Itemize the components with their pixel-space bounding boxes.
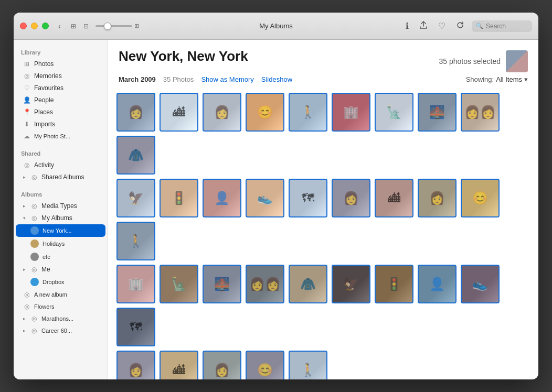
expand-icon: ▸	[23, 203, 26, 209]
sidebar-item-memories[interactable]: ◎ Memories	[16, 70, 105, 82]
sidebar: Library ⊞ Photos ◎ Memories ♡ Favourites…	[14, 40, 108, 379]
photo-thumbnail[interactable]: 👤	[418, 265, 457, 303]
content-area: New York, New York 35 photos selected Ma…	[108, 40, 538, 379]
selected-thumbnail	[506, 50, 528, 72]
flowers-icon: ◎	[23, 303, 30, 310]
photo-thumbnail[interactable]: 👩	[203, 351, 241, 379]
minimize-button[interactable]	[31, 23, 38, 29]
close-button[interactable]	[20, 23, 27, 29]
selected-count-label: 35 photos selected	[439, 57, 501, 66]
sidebar-item-my-albums[interactable]: ▾ ◎ My Albums	[16, 212, 105, 224]
shared-section-label: Shared	[14, 146, 108, 159]
zoom-slider[interactable]	[95, 25, 132, 27]
photo-thumbnail[interactable]: 👩	[203, 93, 241, 132]
album-avatar	[30, 226, 39, 235]
photo-thumbnail[interactable]: 🗽	[375, 93, 413, 132]
favorite-button[interactable]: ♡	[435, 19, 449, 33]
photo-thumbnail[interactable]: 👤	[203, 179, 241, 217]
photo-thumbnail[interactable]: 🏢	[332, 93, 370, 132]
photo-thumbnail[interactable]: 🚦	[160, 179, 198, 217]
sidebar-item-etc[interactable]: etc	[16, 251, 105, 263]
photo-thumbnail[interactable]: 👩	[332, 179, 370, 217]
grid-view-button[interactable]: ⊞	[68, 21, 79, 31]
sidebar-item-photos[interactable]: ⊞ Photos	[16, 58, 105, 70]
photo-thumbnail[interactable]: 🗺	[289, 179, 327, 217]
share-button[interactable]	[416, 19, 431, 34]
expand-icon: ▸	[23, 267, 26, 272]
sidebar-item-my-photo-stream[interactable]: ☁ My Photo St...	[16, 130, 105, 142]
sidebar-item-shared-albums[interactable]: ▸ ◎ Shared Albums	[16, 171, 105, 183]
sidebar-item-a-new-album[interactable]: ◎ A new album	[16, 289, 105, 300]
photo-thumbnail[interactable]: 🗽	[160, 265, 198, 303]
photo-thumbnail[interactable]: 🧥	[289, 265, 327, 303]
photo-thumbnail[interactable]: 😊	[246, 351, 284, 379]
showing-filter[interactable]: Showing: All Items ▾	[466, 75, 528, 83]
shared-albums-icon: ◎	[30, 173, 38, 181]
photo-thumbnail[interactable]: 🏙	[160, 351, 198, 379]
photo-thumbnail[interactable]: 🚶	[289, 93, 327, 132]
maximize-button[interactable]	[42, 23, 49, 29]
photo-thumbnail[interactable]: 😊	[461, 179, 500, 217]
sidebar-item-label: Imports	[34, 121, 55, 128]
photo-thumbnail[interactable]: 👟	[461, 265, 500, 303]
info-button[interactable]: ℹ	[402, 19, 412, 33]
sidebar-item-activity[interactable]: ◎ Activity	[16, 159, 105, 171]
showing-value: All Items	[496, 75, 522, 83]
photo-thumbnail[interactable]: 🚶	[289, 351, 327, 379]
photo-thumbnail[interactable]: 🏙	[375, 179, 413, 217]
photo-thumbnail[interactable]: 👩	[116, 93, 155, 132]
sidebar-item-me[interactable]: ▸ ◎ Me	[16, 264, 105, 275]
photo-row: 👩🏙👩😊🚶🏢🗽🌉👩‍👩🧥	[116, 93, 530, 175]
sidebar-item-marathons[interactable]: ▸ ◎ Marathons...	[16, 313, 105, 324]
show-as-memory-link[interactable]: Show as Memory	[201, 75, 253, 83]
sidebar-item-label: Holidays	[43, 241, 65, 247]
photo-thumbnail[interactable]: 👩‍👩	[461, 93, 500, 132]
favourites-icon: ♡	[23, 84, 30, 92]
photo-thumbnail[interactable]: 🧥	[116, 136, 155, 175]
rotate-button[interactable]	[453, 19, 468, 34]
library-section-label: Library	[14, 45, 108, 58]
sidebar-item-imports[interactable]: ⬇ Imports	[16, 118, 105, 130]
sidebar-item-career[interactable]: ▸ ◎ Career 60...	[16, 325, 105, 336]
album-avatar	[30, 278, 39, 286]
photo-thumbnail[interactable]: 🚦	[375, 265, 413, 303]
sidebar-item-label: Activity	[34, 161, 54, 169]
photo-thumbnail[interactable]: 👩	[116, 351, 155, 379]
sidebar-item-holidays[interactable]: Holidays	[16, 237, 105, 250]
sidebar-item-media-types[interactable]: ▸ ◎ Media Types	[16, 200, 105, 212]
photo-thumbnail[interactable]: 👩‍👩	[246, 265, 284, 303]
selected-info: 35 photos selected	[439, 50, 528, 72]
search-input[interactable]	[486, 23, 528, 30]
photo-thumbnail[interactable]: 🌉	[203, 265, 241, 303]
photo-thumbnail[interactable]: 🚶	[116, 222, 155, 260]
photo-thumbnail[interactable]: 🏙	[160, 93, 198, 132]
sidebar-item-label: Career 60...	[41, 328, 72, 334]
toolbar-right: ℹ ♡ 🔍	[402, 19, 532, 34]
sidebar-item-label: Favourites	[34, 84, 63, 92]
album-avatar	[30, 239, 39, 248]
photo-thumbnail[interactable]: 🗺	[116, 308, 155, 346]
imports-icon: ⬇	[23, 121, 30, 128]
photo-thumbnail[interactable]: 🏢	[116, 265, 155, 303]
window-title: My Albums	[259, 22, 293, 30]
photo-thumbnail[interactable]: 🦅	[116, 179, 155, 217]
sidebar-item-people[interactable]: 👤 People	[16, 94, 105, 106]
detail-view-button[interactable]: ⊡	[81, 21, 91, 31]
photo-thumbnail[interactable]: 👩	[418, 179, 457, 217]
sidebar-item-label: Media Types	[41, 202, 77, 210]
photo-thumbnail[interactable]: 🦅	[332, 265, 370, 303]
main-area: Library ⊞ Photos ◎ Memories ♡ Favourites…	[14, 40, 538, 379]
sidebar-item-flowers[interactable]: ◎ Flowers	[16, 301, 105, 312]
slideshow-link[interactable]: Slideshow	[261, 75, 292, 83]
sidebar-item-places[interactable]: 📍 Places	[16, 106, 105, 118]
sidebar-item-dropbox[interactable]: Dropbox	[16, 276, 105, 288]
titlebar: ‹ ⊞ ⊡ ⊞ My Albums ℹ ♡ 🔍	[14, 13, 538, 40]
album-date: March 2009	[119, 75, 156, 83]
photo-thumbnail[interactable]: 🌉	[418, 93, 457, 132]
sidebar-item-new-york[interactable]: New York...	[16, 224, 105, 237]
photo-thumbnail[interactable]: 👟	[246, 179, 284, 217]
photo-thumbnail[interactable]: 😊	[246, 93, 284, 132]
back-button[interactable]: ‹	[55, 20, 64, 32]
sidebar-item-label: Flowers	[34, 303, 55, 310]
sidebar-item-favourites[interactable]: ♡ Favourites	[16, 82, 105, 94]
